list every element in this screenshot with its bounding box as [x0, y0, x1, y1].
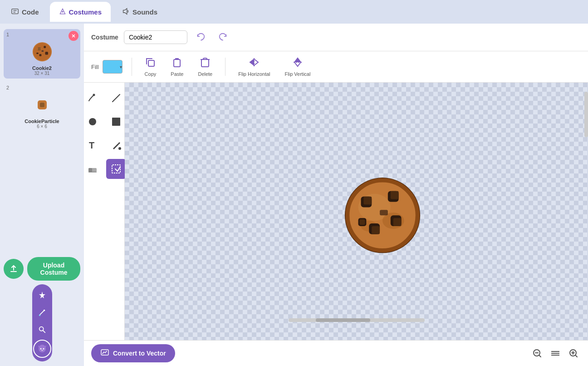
- svg-rect-27: [174, 59, 180, 67]
- tab-sounds-label: Sounds: [132, 8, 157, 16]
- svg-rect-29: [201, 59, 209, 67]
- code-icon: [11, 7, 19, 17]
- top-tabs: Code Costumes Sounds: [0, 0, 588, 24]
- svg-rect-38: [88, 168, 92, 172]
- svg-point-20: [43, 310, 45, 312]
- svg-rect-17: [40, 103, 44, 107]
- tool-row-3: T: [84, 135, 126, 155]
- scroll-horizontal[interactable]: [289, 318, 425, 322]
- tab-sounds[interactable]: Sounds: [113, 2, 167, 22]
- tool-row-1: [84, 88, 126, 108]
- marquee-select-tool[interactable]: [106, 159, 126, 179]
- svg-rect-13: [36, 53, 39, 54]
- svg-text:T: T: [89, 140, 94, 150]
- costume-preview-2: [24, 91, 60, 119]
- tool-row-4: [84, 159, 126, 179]
- undo-button[interactable]: [193, 29, 209, 45]
- rect-tool[interactable]: [106, 112, 126, 132]
- svg-rect-49: [390, 191, 398, 199]
- delete-label: Delete: [198, 71, 212, 77]
- svg-point-3: [62, 11, 63, 12]
- svg-rect-56: [380, 210, 388, 215]
- canvas-cookie: [339, 170, 426, 262]
- scroll-thumb-vertical: [584, 92, 588, 137]
- svg-rect-53: [372, 226, 380, 234]
- cat-face-button[interactable]: [33, 340, 51, 358]
- copy-button[interactable]: Copy: [141, 55, 160, 79]
- particle-preview-svg: [35, 98, 49, 112]
- costume-number-1: 1: [6, 32, 9, 37]
- editor-toolbar: Fill ▾ Copy Paste: [84, 51, 588, 83]
- upload-arrow-icon[interactable]: [4, 259, 24, 279]
- sounds-icon: [122, 7, 130, 17]
- fill-dropdown-arrow: ▾: [120, 64, 122, 69]
- flip-vertical-button[interactable]: Flip Vertical: [281, 55, 314, 79]
- upload-costume-button[interactable]: Upload Costume: [27, 257, 80, 281]
- drawing-area: T: [84, 83, 588, 340]
- costume-name-input[interactable]: [124, 30, 187, 44]
- bottom-left-row: Upload Costume: [4, 257, 80, 281]
- svg-marker-19: [39, 292, 45, 298]
- canvas-area[interactable]: [125, 83, 588, 340]
- scroll-thumb-horizontal: [316, 318, 370, 322]
- costume-label: Costume: [91, 34, 118, 41]
- svg-rect-12: [39, 54, 41, 56]
- flip-vertical-icon: [292, 57, 303, 70]
- svg-line-61: [539, 356, 541, 357]
- costume-item-2[interactable]: 2 CookieParticle 6 × 6: [4, 82, 80, 132]
- circle-tool[interactable]: [84, 112, 103, 132]
- costumes-icon: [59, 8, 66, 16]
- delete-icon: [200, 57, 211, 70]
- svg-rect-18: [10, 271, 17, 272]
- svg-rect-0: [12, 9, 18, 14]
- search-button[interactable]: [35, 322, 49, 337]
- tab-code[interactable]: Code: [2, 2, 48, 22]
- paste-button[interactable]: Paste: [167, 55, 187, 79]
- zoom-controls: [530, 346, 581, 361]
- svg-point-36: [118, 147, 121, 150]
- paint-brush-button[interactable]: [35, 305, 49, 320]
- svg-rect-28: [175, 58, 179, 60]
- tool-row-2: [84, 112, 126, 132]
- tab-costumes-label: Costumes: [69, 8, 102, 16]
- costume-item-1[interactable]: 1: [4, 29, 80, 79]
- costume-size-1: 32 × 31: [34, 71, 50, 76]
- eraser-tool[interactable]: [84, 159, 103, 179]
- convert-to-vector-button[interactable]: Convert to Vector: [91, 344, 175, 362]
- delete-costume-1-button[interactable]: [69, 31, 78, 41]
- editor-panel: Costume Fill ▾ Copy: [84, 24, 588, 366]
- scroll-vertical[interactable]: [584, 83, 588, 340]
- costume-name-1: Cookie2: [32, 65, 52, 71]
- svg-point-31: [93, 94, 95, 96]
- fill-section: Fill ▾: [91, 60, 122, 74]
- cookie-canvas-svg: [339, 170, 426, 261]
- svg-point-25: [43, 348, 44, 350]
- svg-point-24: [40, 348, 41, 350]
- main-layout: 1: [0, 24, 588, 366]
- text-tool[interactable]: T: [84, 135, 103, 155]
- svg-rect-51: [393, 218, 401, 226]
- toolbar-divider-2: [225, 58, 225, 76]
- fill-label: Fill: [91, 64, 99, 70]
- fill-tool[interactable]: [106, 135, 126, 155]
- fill-color-picker[interactable]: ▾: [103, 60, 122, 74]
- brush-tool[interactable]: [84, 88, 103, 108]
- tab-costumes[interactable]: Costumes: [50, 2, 111, 22]
- zoom-reset-button[interactable]: [548, 346, 563, 361]
- costume-size-2: 6 × 6: [37, 124, 47, 129]
- delete-button[interactable]: Delete: [194, 55, 216, 79]
- paste-icon: [172, 57, 182, 70]
- zoom-out-button[interactable]: [530, 346, 544, 361]
- line-tool[interactable]: [106, 88, 126, 108]
- magic-tool-button[interactable]: [35, 288, 49, 302]
- costume-number-2: 2: [6, 85, 9, 90]
- zoom-in-button[interactable]: [566, 346, 581, 361]
- costume-list: 1: [0, 24, 84, 366]
- costume-preview-1: [24, 38, 60, 65]
- redo-button[interactable]: [215, 29, 231, 45]
- bottom-bar: Convert to Vector: [84, 340, 588, 366]
- flip-vertical-label: Flip Vertical: [285, 71, 311, 77]
- svg-rect-14: [41, 50, 44, 52]
- flip-horizontal-button[interactable]: Flip Horizontal: [235, 55, 274, 79]
- svg-point-21: [39, 315, 40, 317]
